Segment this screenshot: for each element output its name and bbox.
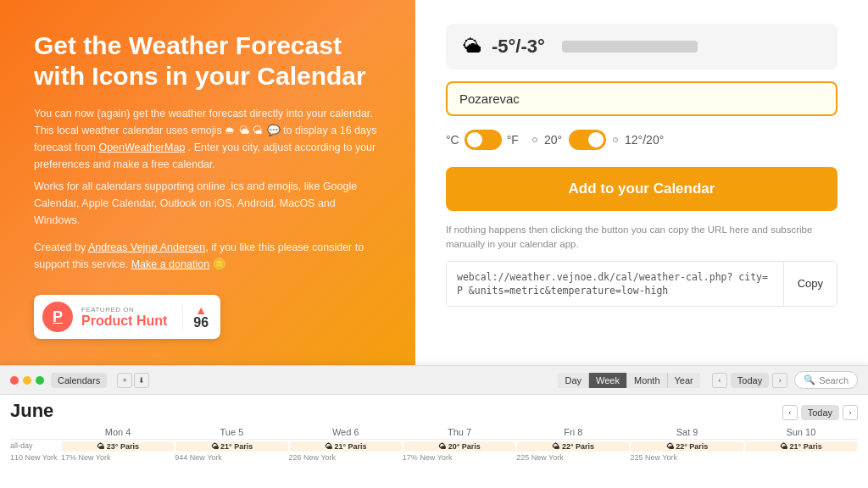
toggle-slider-celsius	[465, 130, 502, 150]
product-hunt-text: FEATURED ON Product Hunt	[81, 306, 167, 329]
product-hunt-icon: P	[42, 302, 73, 332]
weather-icon: 🌥	[463, 36, 481, 58]
range-low: 20°	[544, 133, 562, 147]
cal-days-header: Mon 4 Tue 5 Wed 6 Thu 7 Fri 8 Sat 9 Sun …	[10, 427, 858, 437]
creator-link[interactable]: Andreas Vejnø Andersen	[88, 241, 205, 253]
cal-second-row: 110 New York 17% New York 944 New York 2…	[10, 453, 858, 462]
next-week-btn[interactable]: ›	[772, 373, 787, 388]
view-week[interactable]: Week	[589, 373, 626, 388]
traffic-light-green	[36, 376, 44, 385]
cal-event-sun: 🌤 21° Paris	[745, 441, 857, 452]
second-row-label: 110 New York	[10, 453, 61, 462]
url-copy-row: webcal://weather.vejnoe.dk/cal/weather-c…	[446, 261, 837, 307]
calendars-button[interactable]: Calendars	[51, 373, 107, 388]
ph-score: ▲ 96	[182, 304, 209, 330]
cal-event-sat: 🌤 22° Paris	[631, 441, 743, 452]
weather-location-blurred	[562, 41, 698, 53]
ph-score-number: 96	[193, 316, 209, 330]
cal-event-wed: 🌤 21° Paris	[290, 441, 402, 452]
cal-fri: Fri 8	[516, 427, 630, 437]
calendar-search[interactable]: 🔍 Search	[794, 371, 858, 389]
view-year[interactable]: Year	[668, 373, 700, 388]
view-month[interactable]: Month	[627, 373, 667, 388]
view-day[interactable]: Day	[558, 373, 588, 388]
cal-sat: Sat 9	[630, 427, 743, 437]
celsius-group: °C °F	[446, 130, 519, 150]
description-para2: Works for all calendars supporting onlin…	[34, 178, 381, 229]
cal-event-tue: 🌤 21° Paris	[175, 441, 287, 452]
owm-link[interactable]: OpenWeatherMap	[98, 141, 185, 153]
celsius-toggle[interactable]	[465, 130, 502, 150]
celsius-label: °C	[446, 133, 459, 147]
main-heading: Get the Weather Forecast with Icons in y…	[34, 30, 381, 92]
weather-display: 🌥 -5°/-3°	[446, 24, 837, 69]
cal-thu: Thu 7	[403, 427, 516, 437]
ph-name-label: Product Hunt	[81, 313, 167, 329]
dot-icon2	[613, 137, 618, 142]
cal-event-fri: 🌤 22° Paris	[517, 441, 629, 452]
city-input[interactable]	[446, 81, 837, 116]
calendar-preview: Calendars + ⬇ Day Week Month Year ‹ Toda…	[0, 365, 868, 488]
range-group: 20° 12°/20°	[532, 130, 664, 150]
download-calendar-btn[interactable]: ⬇	[134, 373, 149, 388]
cal-allday-row: all-day 🌤 23° Paris 🌤 21° Paris 🌤 21° Pa…	[10, 439, 858, 452]
donate-link[interactable]: Make a donation	[131, 258, 209, 270]
allday-label: all-day	[10, 441, 61, 452]
dot-icon	[532, 137, 537, 142]
cal-tue: Tue 5	[175, 427, 288, 437]
copy-hint-text: If nothing happens then clicking the but…	[446, 223, 837, 252]
range-high: 12°/20°	[625, 133, 664, 147]
calendar-body: June ‹ Today › Mon 4 Tue 5 Wed 6 Thu 7 F…	[0, 395, 868, 467]
settings-row: °C °F 20° 12°/20°	[446, 130, 837, 150]
cal-wed: Wed 6	[289, 427, 403, 437]
cal-mon: Mon 4	[61, 427, 175, 437]
cal-event-thu: 🌤 20° Paris	[403, 441, 515, 452]
cal-sun: Sun 10	[744, 427, 858, 437]
toggle-slider-range	[569, 130, 606, 150]
weather-temp: -5°/-3°	[492, 36, 545, 58]
description-para1: You can now (again) get the weather fore…	[34, 105, 381, 173]
cal-event-mon: 🌤 23° Paris	[62, 441, 174, 452]
traffic-light-red	[10, 376, 19, 385]
add-calendar-button[interactable]: Add to your Calendar	[446, 167, 837, 211]
creator-text: Created by Andreas Vejnø Andersen, if yo…	[34, 239, 381, 273]
ph-featured-label: FEATURED ON	[81, 306, 167, 313]
cal-today-btn[interactable]: Today	[801, 405, 839, 420]
calendar-url: webcal://weather.vejnoe.dk/cal/weather-c…	[447, 262, 783, 306]
search-label: Search	[819, 375, 849, 385]
traffic-light-yellow	[23, 376, 31, 385]
range-toggle[interactable]	[569, 130, 606, 150]
today-button[interactable]: Today	[731, 373, 769, 388]
cal-empty-col	[10, 427, 61, 437]
product-hunt-badge[interactable]: P FEATURED ON Product Hunt ▲ 96	[34, 295, 220, 339]
search-icon: 🔍	[804, 374, 815, 385]
view-group: Day Week Month Year	[558, 373, 699, 388]
fahrenheit-label: °F	[507, 133, 519, 147]
calendar-month: June	[10, 400, 53, 422]
ph-arrow-icon: ▲	[195, 304, 207, 316]
cal-nav: + ⬇	[117, 373, 149, 388]
prev-week-btn[interactable]: ‹	[712, 373, 727, 388]
calendar-toolbar: Calendars + ⬇ Day Week Month Year ‹ Toda…	[0, 366, 868, 395]
right-panel: 🌥 -5°/-3° °C °F 20°	[415, 0, 868, 365]
cal-next-btn[interactable]: ›	[843, 405, 858, 420]
copy-button[interactable]: Copy	[783, 262, 837, 306]
add-calendar-nav-btn[interactable]: +	[117, 373, 132, 388]
left-panel: Get the Weather Forecast with Icons in y…	[0, 0, 415, 365]
cal-prev-btn[interactable]: ‹	[782, 405, 798, 420]
traffic-lights	[10, 376, 44, 385]
